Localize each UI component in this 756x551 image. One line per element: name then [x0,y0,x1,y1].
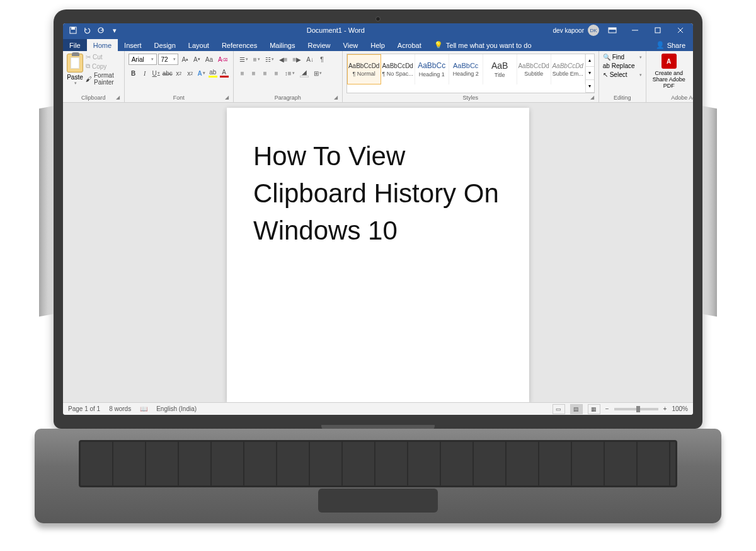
copy-button[interactable]: ⧉Copy [86,62,120,70]
increase-indent-button[interactable]: ≡▶ [290,54,303,65]
grow-font-button[interactable]: A▴ [180,54,190,65]
document-area[interactable]: How To View Clipboard History On Windows… [63,103,693,402]
decrease-indent-button[interactable]: ◀≡ [277,54,290,65]
italic-button[interactable]: I [140,67,150,79]
redo-icon[interactable] [97,26,105,34]
tab-help[interactable]: Help [364,39,391,51]
minimize-button[interactable] [626,23,644,37]
line-spacing-button[interactable]: ↕≡▾ [283,67,297,79]
cut-button[interactable]: ✂Cut [86,54,120,61]
underline-button[interactable]: U▾ [151,67,161,79]
web-layout-button[interactable]: ▦ [588,404,600,414]
numbering-button[interactable]: ≡▾ [251,54,262,65]
replace-button[interactable]: abReplace [603,62,642,69]
style-heading1[interactable]: AaBbCcHeading 1 [415,54,449,84]
zoom-in-button[interactable]: + [663,405,667,412]
language-indicator[interactable]: English (India) [156,405,197,412]
paste-button[interactable]: Paste ▾ [67,54,83,93]
document-text[interactable]: How To View Clipboard History On Windows… [253,138,503,249]
print-layout-button[interactable]: ▤ [570,404,583,414]
word-count[interactable]: 8 words [109,405,131,412]
zoom-slider[interactable] [614,408,658,410]
tab-acrobat[interactable]: Acrobat [391,39,428,51]
style-scroll-up[interactable]: ▴ [586,54,594,67]
shading-button[interactable]: ◢ [298,67,311,79]
style-title[interactable]: AaBTitle [483,54,517,84]
group-paragraph: ☰▾ ≡▾ ☷▾ ◀≡ ≡▶ A↓ ¶ ≡ [234,51,343,102]
justify-button[interactable]: ≡ [272,67,282,79]
styles-launcher[interactable]: ◢ [590,95,597,101]
tell-me-search[interactable]: 💡 Tell me what you want to do [428,39,538,51]
close-button[interactable] [671,23,690,37]
font-color-button[interactable]: A [219,67,229,79]
create-pdf-button[interactable]: A Create and Share Adobe PDF [650,54,688,93]
style-heading2[interactable]: AaBbCcHeading 2 [449,54,483,84]
font-size-dropdown[interactable]: 72▾ [158,54,178,65]
format-painter-button[interactable]: 🖌Format Painter [86,72,120,86]
style-no-spacing[interactable]: AaBbCcDd¶ No Spac... [381,54,415,84]
page-indicator[interactable]: Page 1 of 1 [68,405,100,412]
style-subtitle[interactable]: AaBbCcDdSubtitle [517,54,551,84]
sort-button[interactable]: A↓ [304,54,316,65]
laptop-lid: ▾ Document1 - Word dev kapoor DK File [54,9,702,429]
tab-review[interactable]: Review [302,39,337,51]
tab-view[interactable]: View [337,39,365,51]
subscript-button[interactable]: x2 [174,67,184,79]
style-scroll-down[interactable]: ▾ [586,67,594,79]
find-label: Find [612,54,624,61]
font-name-dropdown[interactable]: Arial▾ [129,54,158,65]
spellcheck-icon[interactable]: 📖 [140,405,147,412]
align-center-button[interactable]: ≡ [249,67,259,79]
undo-icon[interactable] [83,26,91,34]
superscript-button[interactable]: x2 [185,67,195,79]
username-label[interactable]: dev kapoor [553,27,584,34]
tab-references[interactable]: References [215,39,263,51]
save-icon[interactable] [69,26,77,34]
format-painter-label: Format Painter [94,72,120,86]
change-case-button[interactable]: Aa [203,54,215,65]
borders-button[interactable]: ⊞▾ [312,67,324,79]
paragraph-launcher[interactable]: ◢ [334,95,340,101]
tab-insert[interactable]: Insert [118,39,148,51]
style-subtle-emphasis[interactable]: AaBbCcDdSubtle Em... [551,54,585,84]
tab-layout[interactable]: Layout [182,39,215,51]
multilevel-button[interactable]: ☷▾ [263,54,276,65]
share-button[interactable]: 👤 Share [648,39,693,51]
align-left-button[interactable]: ≡ [238,67,248,79]
cursor-icon: ↖ [603,71,608,78]
zoom-level[interactable]: 100% [672,405,688,412]
bullets-button[interactable]: ☰▾ [238,54,250,65]
titlebar: ▾ Document1 - Word dev kapoor DK [63,23,693,37]
zoom-thumb[interactable] [636,406,640,412]
clear-formatting-button[interactable]: A⌫ [216,54,229,65]
shrink-font-button[interactable]: A▾ [192,54,202,65]
zoom-out-button[interactable]: − [605,405,609,412]
style-name: ¶ Normal [353,71,375,77]
tab-design[interactable]: Design [148,39,182,51]
strikethrough-button[interactable]: abc [163,67,173,79]
tab-file[interactable]: File [63,39,87,51]
tab-mailings[interactable]: Mailings [263,39,301,51]
read-mode-button[interactable]: ▭ [553,404,565,414]
find-button[interactable]: 🔍Find▾ [603,54,642,61]
select-button[interactable]: ↖Select▾ [603,71,642,78]
ribbon-options-icon[interactable] [603,23,622,37]
bold-button[interactable]: B [129,67,139,79]
text-effects-button[interactable]: A▾ [197,67,207,79]
highlight-button[interactable]: ab [208,67,218,79]
font-launcher[interactable]: ◢ [225,95,231,101]
share-label: Share [667,42,685,49]
maximize-button[interactable] [648,23,667,37]
style-expand[interactable]: ▾ [586,80,594,93]
tab-home[interactable]: Home [87,39,118,51]
qat-customize-icon[interactable]: ▾ [111,26,118,34]
style-preview: AaB [491,61,508,71]
style-normal[interactable]: AaBbCcDd¶ Normal [347,54,381,84]
show-marks-button[interactable]: ¶ [317,54,327,65]
user-avatar[interactable]: DK [588,25,599,36]
request-signatures-button[interactable]: ✎ Request Signatures [692,54,693,93]
style-preview: AaBbCc [453,62,478,69]
clipboard-launcher[interactable]: ◢ [116,95,122,101]
document-page[interactable]: How To View Clipboard History On Windows… [227,108,529,402]
align-right-button[interactable]: ≡ [260,67,270,79]
